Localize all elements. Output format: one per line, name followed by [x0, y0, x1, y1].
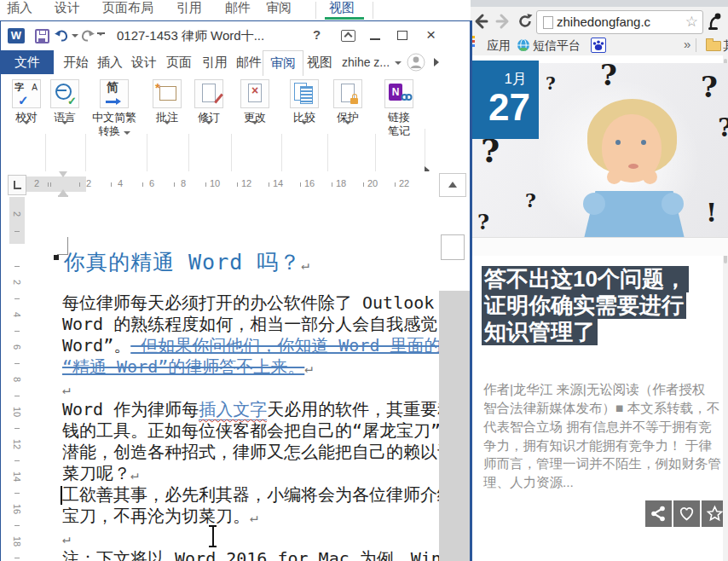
bookmarks-overflow-chevron[interactable]: » [684, 37, 690, 51]
tab-layout[interactable]: 页面 [164, 50, 194, 74]
document-title: 0127-1453 律师 Word十... [117, 28, 264, 44]
ruler-number: 4 [12, 309, 22, 321]
help-icon[interactable]: ? [313, 27, 321, 42]
bg-tab-layout[interactable]: 页面布局 [102, 0, 153, 20]
document-page[interactable]: 你真的精通 Word 吗？↵ 每位律师每天必须打开的办公软件除了 Outlook… [25, 197, 440, 561]
doc-line[interactable]: 工欲善其事，必先利其器，小编将会为各位律师介绍十 [62, 484, 440, 506]
bg-tab-insert[interactable]: 插入 [7, 0, 32, 20]
account-dropdown-caret[interactable] [395, 61, 402, 65]
back-icon[interactable] [471, 12, 490, 34]
bg-tab-mailings[interactable]: 邮件 [225, 0, 251, 20]
tab-review-active[interactable]: 审阅 [263, 50, 303, 76]
doc-line[interactable]: 潜能，创造各种招式，律师又怎么能把自己的赖以谋生 [62, 442, 440, 463]
doc-line[interactable]: 宝刀，不再沦为切菜刀。↵ [62, 506, 258, 527]
comment-button[interactable]: * 批注 [148, 79, 186, 165]
word-scrollbar[interactable] [439, 197, 470, 561]
ruler-tick [50, 182, 51, 187]
bg-tab-review[interactable]: 审阅 [266, 0, 292, 20]
ruler-tick [300, 182, 301, 187]
ruler-tick [14, 558, 20, 558]
bg-tab-design[interactable]: 设计 [55, 0, 80, 20]
exclamation-mark: ! [706, 198, 717, 228]
language-button[interactable]: ✓ 语言 [46, 79, 84, 165]
bookmark-sms-platform[interactable]: 短信平台 [533, 38, 581, 54]
doc-line[interactable]: 钱的工具。正如每位侠客都会把自己的“屠龙宝刀”当 [62, 420, 440, 442]
bookmark-apps-label[interactable]: 应用 [487, 38, 511, 54]
document-heading[interactable]: 你真的精通 Word 吗？↵ [64, 248, 310, 276]
account-name[interactable]: zhihe z... [342, 50, 390, 74]
tab-file[interactable]: 文件 [1, 50, 54, 74]
track-changes-button[interactable]: 修订 [190, 79, 228, 165]
compare-button[interactable]: 比较 [286, 79, 323, 165]
share-button[interactable] [645, 500, 672, 527]
redo-icon[interactable] [80, 29, 95, 45]
doc-line[interactable]: Word 作为律师每插入文字天必用的软件，其重要程度不 [62, 399, 440, 420]
chinese-conversion-button[interactable]: 简 中文简繁 转换 [87, 79, 142, 165]
tab-scroll-right-icon[interactable] [434, 58, 439, 67]
doc-line[interactable]: Word 的熟练程度如何，相当一部分人会自我感觉良好， [62, 314, 440, 335]
extension-icon[interactable] [707, 11, 724, 35]
proofing-button[interactable]: 字A✓ 校对 [8, 79, 45, 165]
table-edge [472, 237, 728, 256]
undo-icon[interactable] [54, 29, 69, 45]
quick-access-customize-icon[interactable] [97, 32, 105, 51]
undo-dropdown-caret[interactable] [72, 34, 78, 38]
article-title-line[interactable]: 证明你确实需要进行 [482, 292, 686, 319]
address-bar[interactable]: zhihedongfang.c ☆ [536, 10, 703, 34]
bookmark-star-icon[interactable]: ☆ [685, 13, 698, 31]
close-button[interactable]: × [426, 26, 436, 44]
word-scrollbar-thumb[interactable] [441, 234, 465, 260]
horizontal-ruler[interactable]: 2 246810121416182022 [26, 176, 437, 192]
page-icon [543, 16, 553, 29]
ruler-tick [14, 331, 20, 332]
doc-line[interactable]: ↵ [62, 378, 71, 399]
hanging-indent-marker[interactable] [59, 189, 67, 195]
doc-line[interactable]: ↵ [62, 527, 71, 548]
tab-home[interactable]: 开始 [61, 50, 91, 74]
ruler-number: 2 [12, 276, 22, 288]
girl-hand [643, 170, 657, 184]
tab-stop-selector[interactable] [8, 175, 26, 195]
bg-tab-references[interactable]: 引用 [176, 0, 202, 20]
doc-line[interactable]: 菜刀呢？↵ [62, 463, 139, 484]
tab-design[interactable]: 设计 [129, 50, 159, 74]
user-avatar-icon[interactable] [407, 53, 425, 75]
scroll-up-button[interactable] [439, 173, 466, 197]
ribbon-display-options-icon[interactable] [341, 30, 355, 42]
tab-mailings[interactable]: 邮件 [234, 50, 264, 74]
browser-page-content: ? ? ? ? ? ? ? ! [465, 55, 728, 561]
doc-line[interactable]: Word”。 但如果你问他们，你知道 Word 里面的样式功 [62, 335, 440, 356]
like-heart-button[interactable] [673, 500, 700, 527]
girl-eye [641, 140, 646, 145]
vertical-ruler[interactable]: 2 24681012141618 [9, 197, 25, 561]
baidu-paw-icon[interactable] [591, 38, 606, 53]
protect-button[interactable]: 保护 [329, 79, 367, 165]
linked-notes-button[interactable]: N 链接 笔记 [380, 79, 418, 165]
minimize-button[interactable] [370, 38, 380, 40]
ruler-number: 10 [12, 406, 22, 418]
tab-insert[interactable]: 插入 [95, 50, 125, 74]
ruler-tick [332, 182, 332, 187]
article-title-line[interactable]: 答不出这10个问题， [482, 266, 689, 292]
article-title-line[interactable]: 知识管理了 [482, 319, 598, 345]
other-bookmarks-label[interactable]: 其 [723, 38, 728, 54]
url-text[interactable]: zhihedongfang.c [557, 14, 650, 29]
doc-line[interactable]: 注：下文将以 Word 2016 for Mac 为例，Windows 版本 [62, 548, 440, 561]
other-bookmarks-folder-icon[interactable] [706, 41, 721, 51]
changes-button[interactable]: × 更改 [236, 79, 274, 165]
track-changes-icon [194, 79, 223, 108]
maximize-button[interactable] [397, 31, 407, 40]
girl-sleeve [662, 193, 684, 215]
save-icon[interactable] [35, 29, 49, 43]
ruler-tick [14, 493, 20, 494]
tab-references[interactable]: 引用 [199, 50, 230, 74]
doc-line[interactable]: 每位律师每天必须打开的办公软件除了 Outlook 就是 W [62, 292, 440, 314]
doc-line[interactable]: “精通 Word”的律师答不上来。↵ [62, 356, 313, 378]
tab-view[interactable]: 视图 [304, 50, 335, 74]
forward-icon[interactable] [494, 12, 512, 34]
article-body-line: 师而言，管理一词并不陌生，例如财务管 [483, 454, 721, 473]
reload-icon[interactable] [516, 12, 534, 34]
first-line-indent-marker[interactable] [59, 171, 67, 177]
ruler-tick [48, 182, 49, 187]
word-titlebar[interactable]: W 0127-1453 律师 Word十... ? × [1, 21, 470, 50]
